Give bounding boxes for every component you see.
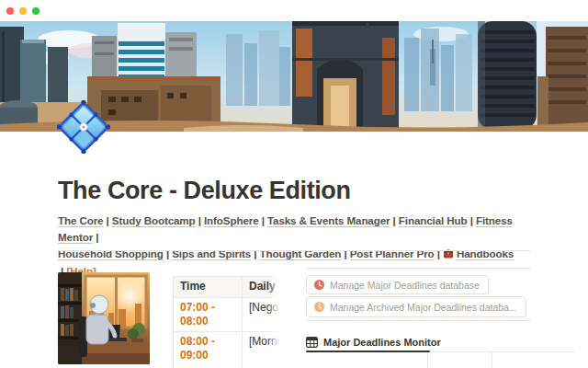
button-label: Manage Archived Major Deadlines databa..… xyxy=(330,302,517,313)
view-tab-label: Major Deadlines Monitor xyxy=(323,337,441,348)
column-header-daily-schedule[interactable]: Daily Sch xyxy=(243,277,283,298)
active-view-tab-underline xyxy=(306,351,430,352)
time-cell[interactable]: 08:00 - 09:00 xyxy=(174,332,243,368)
nav-separator: | xyxy=(93,231,98,243)
column-header-time[interactable]: Time xyxy=(174,277,243,298)
nav-separator: | xyxy=(251,247,259,259)
minimize-window-button[interactable] xyxy=(19,7,27,15)
activity-cell[interactable]: [Morning xyxy=(243,332,283,368)
nav-link-financial-hub[interactable]: Financial Hub xyxy=(399,214,468,226)
nav-separator: | xyxy=(390,214,398,226)
zoom-window-button[interactable] xyxy=(32,7,40,15)
nav-link-infosphere[interactable]: InfoSphere xyxy=(204,214,259,226)
app-window: The Core - Deluxe Edition The Core | Stu… xyxy=(0,0,588,368)
database-column-separator xyxy=(427,352,428,368)
nav-link-post-planner-pro[interactable]: Post Planner Pro xyxy=(350,247,435,259)
database-column-separator xyxy=(492,352,492,368)
close-window-button[interactable] xyxy=(6,7,14,15)
blue-gem-icon xyxy=(57,100,110,154)
nav-separator: | xyxy=(259,214,267,226)
table-row: 08:00 - 09:00 [Morning xyxy=(174,332,283,368)
time-cell[interactable]: 07:00 - 08:00 xyxy=(174,298,243,332)
manage-archived-major-deadlines-button[interactable]: Manage Archived Major Deadlines databa..… xyxy=(306,296,526,317)
robot-working-at-desk xyxy=(58,272,150,364)
table-view-icon xyxy=(306,337,318,348)
nav-link-sips-and-spirits[interactable]: Sips and Spirits xyxy=(172,247,251,259)
nav-link-handbooks[interactable]: Handbooks xyxy=(457,247,514,259)
nav-line-1: The Core | Study Bootcamp | InfoSphere |… xyxy=(58,213,532,246)
nav-link-study-bootcamp[interactable]: Study Bootcamp xyxy=(112,214,196,226)
nav-link-household-shopping[interactable]: Household Shopping xyxy=(58,247,164,259)
toolbox-icon xyxy=(443,247,454,263)
divider xyxy=(306,320,530,321)
divider xyxy=(58,250,530,251)
nav-separator: | xyxy=(435,247,443,259)
table-row: 07:00 - 08:00 [Negotia xyxy=(174,298,283,332)
nav-link-thought-garden[interactable]: Thought Garden xyxy=(260,247,342,259)
clock-icon xyxy=(314,302,324,312)
page-icon[interactable] xyxy=(57,100,110,154)
daily-schedule-table: Time Daily Sch 07:00 - 08:00 [Negotia 08… xyxy=(173,276,282,368)
page-title[interactable]: The Core - Deluxe Edition xyxy=(58,177,351,205)
nav-separator: | xyxy=(164,247,172,259)
divider xyxy=(306,268,530,269)
nav-link-the-core[interactable]: The Core xyxy=(58,214,103,226)
nav-separator: | xyxy=(196,214,204,226)
major-deadlines-monitor-tab[interactable]: Major Deadlines Monitor xyxy=(306,334,441,351)
table-header-row: Time Daily Sch xyxy=(174,277,283,298)
nav-link-tasks-events-manager[interactable]: Tasks & Events Manager xyxy=(267,214,390,226)
manage-major-deadlines-button[interactable]: Manage Major Deadlines database xyxy=(306,275,489,294)
activity-cell[interactable]: [Negotia xyxy=(243,298,283,332)
clock-icon xyxy=(314,280,324,290)
nav-separator: | xyxy=(468,214,476,226)
window-titlebar xyxy=(0,0,588,21)
nav-separator: | xyxy=(103,214,111,226)
nav-separator: | xyxy=(341,247,349,259)
page-nav-links: The Core | Study Bootcamp | InfoSphere |… xyxy=(58,213,532,280)
robot-at-desk-image xyxy=(58,272,150,364)
button-label: Manage Major Deadlines database xyxy=(330,280,480,291)
